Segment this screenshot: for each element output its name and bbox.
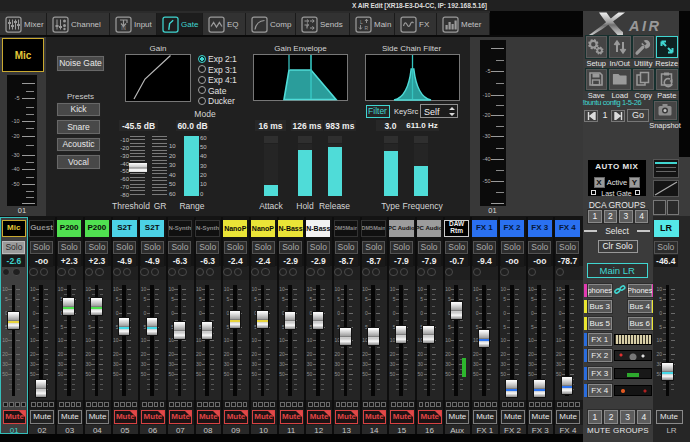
svg-text:IN: IN [121,26,126,31]
svg-text:R: R [365,24,369,30]
svg-text:L: L [360,19,363,25]
svg-text:AIR: AIR [628,18,661,34]
